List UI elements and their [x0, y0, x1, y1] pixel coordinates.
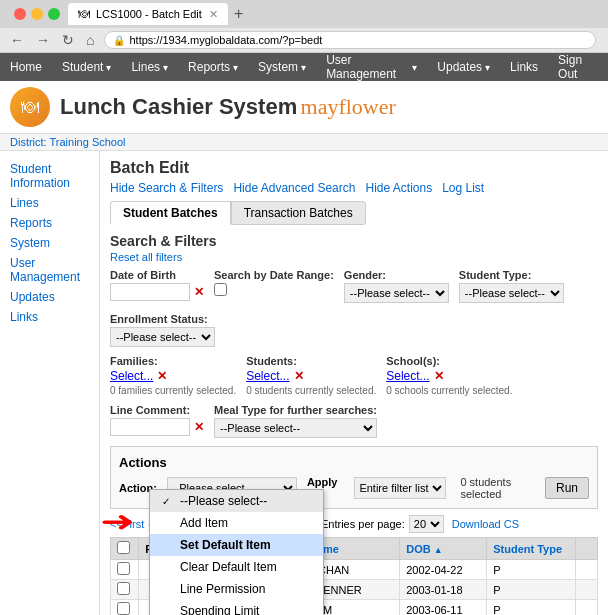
hide-search-link[interactable]: Hide Search & Filters — [110, 181, 223, 195]
menu-item-set-default-item[interactable]: Set Default Item — [150, 534, 323, 556]
nav-updates[interactable]: Updates — [427, 53, 500, 81]
address-bar[interactable]: 🔒 https://1934.myglobaldata.com/?p=bedt — [104, 31, 596, 49]
menu-item-add-item[interactable]: Add Item — [150, 512, 323, 534]
date-range-label: Search by Date Range: — [214, 269, 334, 281]
row-student-type: P — [487, 580, 576, 600]
filter-line-comment: Line Comment: ✕ — [110, 404, 204, 436]
filter-families: Families: Select... ✕ 0 families current… — [110, 355, 236, 396]
families-clear[interactable]: ✕ — [157, 369, 167, 383]
families-label: Families: — [110, 355, 236, 367]
browser-tab[interactable]: 🍽 LCS1000 - Batch Edit ✕ — [68, 3, 228, 25]
nav-student[interactable]: Student — [52, 53, 121, 81]
nav-reports[interactable]: Reports — [178, 53, 248, 81]
filter-gender: Gender: --Please select-- — [344, 269, 449, 303]
line-comment-clear[interactable]: ✕ — [194, 420, 204, 434]
hide-actions-link[interactable]: Hide Actions — [365, 181, 432, 195]
back-button[interactable]: ← — [6, 30, 28, 50]
menu-item-please-select[interactable]: ✓ --Please select-- — [150, 490, 323, 512]
download-csv-link[interactable]: Download CS — [452, 518, 519, 530]
gender-label: Gender: — [344, 269, 449, 281]
enrollment-label: Enrollment Status: — [110, 313, 215, 325]
line-comment-label: Line Comment: — [110, 404, 204, 416]
nav-lines[interactable]: Lines — [121, 53, 178, 81]
run-button[interactable]: Run — [545, 477, 589, 499]
row-dob: 2002-04-22 — [400, 560, 487, 580]
sidebar-item-system[interactable]: System — [0, 233, 99, 253]
sidebar-item-user-management[interactable]: User Management — [0, 253, 99, 287]
nav-home[interactable]: Home — [0, 53, 52, 81]
tab-student-batches[interactable]: Student Batches — [110, 201, 231, 225]
row-dob: 2003-01-18 — [400, 580, 487, 600]
tab-transaction-batches[interactable]: Transaction Batches — [231, 201, 366, 225]
nav-sign-out[interactable]: Sign Out — [548, 53, 608, 81]
row-extra — [576, 580, 598, 600]
dob-input[interactable] — [110, 283, 190, 301]
nav-system[interactable]: System — [248, 53, 316, 81]
families-select-link[interactable]: Select... — [110, 369, 153, 383]
nav-user-management[interactable]: User Management — [316, 53, 427, 81]
filter-meal-type: Meal Type for further searches: --Please… — [214, 404, 377, 438]
row-checkbox[interactable] — [117, 562, 130, 575]
tab-title: LCS1000 - Batch Edit — [96, 8, 202, 20]
families-count: 0 families currently selected. — [110, 385, 236, 396]
student-type-select[interactable]: --Please select-- — [459, 283, 564, 303]
reset-filters-link[interactable]: Reset all filters — [110, 251, 598, 263]
window-maximize[interactable] — [48, 8, 60, 20]
district-label: District: Training School — [10, 136, 126, 148]
select-all-checkbox[interactable] — [117, 541, 130, 554]
students-label: Students: — [246, 355, 376, 367]
address-text: https://1934.myglobaldata.com/?p=bedt — [129, 34, 322, 46]
refresh-button[interactable]: ↻ — [58, 30, 78, 50]
sidebar-item-lines[interactable]: Lines — [0, 193, 99, 213]
gender-select[interactable]: --Please select-- — [344, 283, 449, 303]
actions-title: Actions — [119, 455, 589, 470]
home-button[interactable]: ⌂ — [82, 30, 98, 50]
students-clear[interactable]: ✕ — [294, 369, 304, 383]
nav-links[interactable]: Links — [500, 53, 548, 81]
menu-item-clear-default-item[interactable]: Clear Default Item — [150, 556, 323, 578]
window-minimize[interactable] — [31, 8, 43, 20]
filter-student-type: Student Type: --Please select-- — [459, 269, 564, 303]
logo-script: mayflower — [301, 94, 396, 119]
new-tab-button[interactable]: + — [228, 5, 249, 23]
meal-type-label: Meal Type for further searches: — [214, 404, 377, 416]
action-links: Hide Search & Filters Hide Advanced Sear… — [110, 181, 598, 195]
schools-select-link[interactable]: Select... — [386, 369, 429, 383]
enrollment-select[interactable]: --Please select-- — [110, 327, 215, 347]
line-comment-input[interactable] — [110, 418, 190, 436]
sidebar-item-updates[interactable]: Updates — [0, 287, 99, 307]
filter-dob: Date of Birth ✕ — [110, 269, 204, 301]
batch-tabs: Student Batches Transaction Batches — [110, 201, 598, 225]
sidebar-item-student-information[interactable]: Student Information — [0, 159, 99, 193]
dob-clear[interactable]: ✕ — [194, 285, 204, 299]
schools-label: School(s): — [386, 355, 512, 367]
menu-item-line-permission[interactable]: Line Permission — [150, 578, 323, 600]
sidebar-item-links[interactable]: Links — [0, 307, 99, 327]
page-title: Batch Edit — [110, 159, 598, 177]
students-select-link[interactable]: Select... — [246, 369, 289, 383]
log-list-link[interactable]: Log List — [442, 181, 484, 195]
row-student-type: P — [487, 600, 576, 616]
forward-button[interactable]: → — [32, 30, 54, 50]
row-extra — [576, 560, 598, 580]
tab-close-button[interactable]: ✕ — [209, 8, 218, 21]
row-checkbox[interactable] — [117, 602, 130, 615]
hide-advanced-link[interactable]: Hide Advanced Search — [233, 181, 355, 195]
window-close[interactable] — [14, 8, 26, 20]
apply-select[interactable]: Entire filter list — [354, 477, 446, 499]
students-count: 0 students currently selected. — [246, 385, 376, 396]
search-filters-section: Search & Filters Reset all filters Date … — [110, 233, 598, 438]
meal-type-select[interactable]: --Please select-- — [214, 418, 377, 438]
col-header-checkbox — [111, 538, 139, 560]
menu-item-spending-limit[interactable]: Spending Limit — [150, 600, 323, 615]
action-dropdown-menu[interactable]: ✓ --Please select-- Add Item Set Default… — [149, 489, 324, 615]
schools-clear[interactable]: ✕ — [434, 369, 444, 383]
row-checkbox[interactable] — [117, 582, 130, 595]
sidebar-item-reports[interactable]: Reports — [0, 213, 99, 233]
filter-date-range: Search by Date Range: — [214, 269, 334, 296]
col-header-dob: DOB ▲ — [400, 538, 487, 560]
entries-per-page-select[interactable]: 20 — [409, 515, 444, 533]
date-range-checkbox[interactable] — [214, 283, 227, 296]
col-header-extra — [576, 538, 598, 560]
entries-label: Entries per page: — [321, 518, 405, 530]
